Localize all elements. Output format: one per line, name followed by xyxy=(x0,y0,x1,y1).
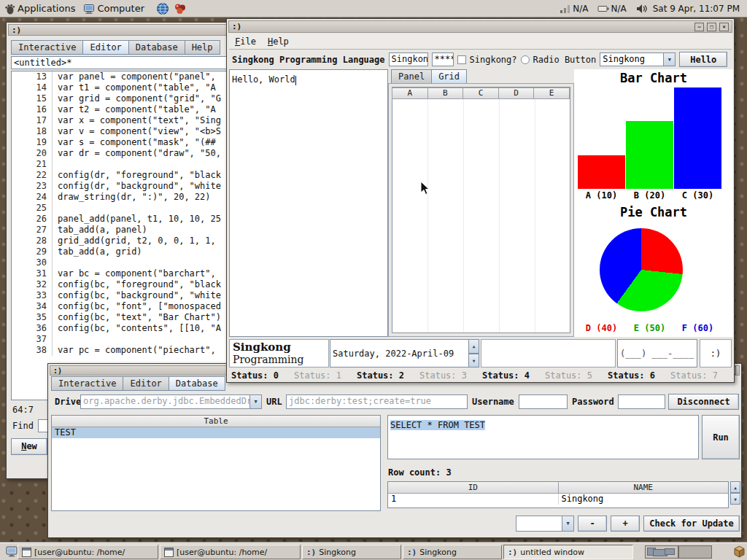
toolbar: Singkong Programming Language Singkong *… xyxy=(229,50,732,69)
sql-editor[interactable]: SELECT * FROM TEST xyxy=(387,415,699,459)
taskbar-button-singkong-1[interactable]: :) Singkong xyxy=(302,545,401,559)
taskbar-button-terminal-2[interactable]: [user@ubuntu: /home/ xyxy=(160,545,301,559)
username-input[interactable] xyxy=(519,394,568,409)
grid-column-a[interactable]: A xyxy=(392,88,428,99)
driver-combo[interactable]: org.apache.derby.jdbc.EmbeddedDriver ▼ xyxy=(80,394,262,409)
network-monitor-icon[interactable] xyxy=(560,4,571,14)
spinner-buttons: ▲ ▼ xyxy=(469,339,479,368)
line-number: 37 xyxy=(12,334,53,345)
line-text xyxy=(53,203,58,214)
tab-database[interactable]: Database xyxy=(128,40,185,55)
computer-menu[interactable]: Computer xyxy=(95,3,149,14)
main-window-titlebar[interactable]: :) — □ × xyxy=(228,20,732,33)
bottom-combo[interactable]: ▼ xyxy=(516,516,574,532)
taskbar-button-singkong-2[interactable]: :) Singkong xyxy=(403,545,502,559)
bottom-combo-value xyxy=(516,516,562,531)
date-spinner[interactable]: Saturday, 2022-April-09 ▲ ▼ xyxy=(330,339,479,368)
run-button[interactable]: Run xyxy=(702,415,740,459)
taskbar-button-untitled-window[interactable]: :) untitled window xyxy=(503,545,633,559)
singkong-text-input[interactable]: Singkong xyxy=(389,52,428,66)
taskbar-button-label: [user@ubuntu: /home/ xyxy=(177,548,267,557)
tab-interactive[interactable]: Interactive xyxy=(11,40,83,55)
grid-column-b[interactable]: B xyxy=(427,88,464,99)
main-text-area[interactable]: Hello, World xyxy=(229,69,388,337)
mask-input[interactable]: (___) ___-____ xyxy=(617,339,697,368)
singkong-checkbox[interactable] xyxy=(457,55,466,64)
hello-button[interactable]: Hello xyxy=(679,52,727,67)
taskbar-button-terminal-1[interactable]: [user@ubuntu: /home/ xyxy=(18,545,158,559)
date-spinner-value[interactable]: Saturday, 2022-April-09 xyxy=(330,339,469,368)
minus-button[interactable]: - xyxy=(578,516,607,532)
clock[interactable]: Sat 9 Apr, 11:07 PM xyxy=(653,4,740,14)
spinner-down-icon[interactable]: ▼ xyxy=(469,354,479,368)
new-button[interactable]: New xyxy=(11,438,47,455)
tab-interactive[interactable]: Interactive xyxy=(51,376,123,391)
close-icon[interactable]: × xyxy=(719,23,729,31)
workspace-switcher xyxy=(645,545,712,559)
database-window: :) × Interactive Editor Database Driver … xyxy=(47,363,742,538)
radio-button[interactable] xyxy=(521,55,530,64)
password-input[interactable]: **** xyxy=(432,52,454,66)
workspace-1[interactable] xyxy=(645,545,678,559)
terminal-icon xyxy=(22,548,31,557)
line-text: grid_add(grid, t2, 0, 0, 1, 1, xyxy=(53,236,216,246)
show-desktop-icon[interactable] xyxy=(6,546,18,557)
maximize-icon[interactable]: □ xyxy=(707,23,716,31)
scroll-up-icon[interactable]: ▲ xyxy=(730,481,740,493)
workspace-2[interactable] xyxy=(678,545,712,559)
result-column-name[interactable]: NAME xyxy=(559,482,729,494)
table-list-row-selected[interactable]: TEST xyxy=(52,427,380,438)
tab-database[interactable]: Database xyxy=(169,376,225,391)
game-launcher-icon[interactable] xyxy=(174,2,187,15)
applications-menu[interactable]: Applications xyxy=(15,3,80,14)
line-number: 21 xyxy=(12,159,53,170)
table-list[interactable]: Table TEST xyxy=(51,415,381,511)
check-for-update-button[interactable]: Check for Update xyxy=(643,516,740,532)
line-number: 19 xyxy=(12,137,53,148)
tab-grid[interactable]: Grid xyxy=(431,69,467,84)
url-input[interactable]: jdbc:derby:test;create=true xyxy=(286,394,468,409)
line-number: 16 xyxy=(12,104,53,115)
spinner-up-icon[interactable]: ▲ xyxy=(469,339,479,354)
line-number: 18 xyxy=(12,126,53,137)
chart-pane: Bar Chart A (10) B (20) C (30) Pie Chart… xyxy=(574,69,733,337)
tab-editor[interactable]: Editor xyxy=(123,376,169,391)
line-number: 36 xyxy=(12,323,53,334)
empty-table[interactable] xyxy=(481,339,616,368)
line-number: 24 xyxy=(12,192,53,203)
line-number: 33 xyxy=(12,290,53,301)
line-number: 13 xyxy=(12,71,53,82)
status-label-4: Status: 4 xyxy=(482,370,545,381)
result-table[interactable]: ID NAME 1 Singkong xyxy=(387,481,729,508)
scroll-down-icon[interactable]: ▼ xyxy=(730,493,740,505)
result-column-id[interactable]: ID xyxy=(388,482,559,494)
menu-help[interactable]: Help xyxy=(262,36,295,47)
disconnect-button[interactable]: Disconnect xyxy=(668,394,739,410)
volume-icon[interactable] xyxy=(636,4,647,14)
draw-canvas: :) xyxy=(700,339,732,368)
minimize-icon[interactable]: — xyxy=(694,23,704,31)
bar-b xyxy=(626,121,673,189)
browser-launcher-icon[interactable] xyxy=(156,2,169,15)
grid-table[interactable]: A B C D E xyxy=(392,87,570,333)
line-number: 38 xyxy=(12,345,53,356)
line-number: 22 xyxy=(12,170,53,181)
tab-editor[interactable]: Editor xyxy=(82,40,128,55)
status-label-7: Status: 7 xyxy=(670,370,733,381)
result-header-row: ID NAME xyxy=(388,482,728,494)
plus-button[interactable]: + xyxy=(611,516,640,532)
checkbox-label: Singkong? xyxy=(470,55,517,65)
tab-panel[interactable]: Panel xyxy=(391,69,432,84)
line-number: 30 xyxy=(12,257,53,268)
menu-file[interactable]: File xyxy=(229,36,262,47)
package-icon[interactable] xyxy=(733,545,746,558)
singkong-combo[interactable]: Singkong ▼ xyxy=(600,52,676,66)
status-label-3: Status: 3 xyxy=(419,370,482,381)
battery-icon[interactable] xyxy=(597,4,609,13)
tab-help[interactable]: Help xyxy=(185,40,220,55)
grid-column-e[interactable]: E xyxy=(533,88,570,99)
password-input[interactable] xyxy=(618,394,665,409)
grid-column-d[interactable]: D xyxy=(498,88,535,99)
result-row[interactable]: 1 Singkong xyxy=(388,494,728,505)
grid-column-c[interactable]: C xyxy=(462,88,499,99)
